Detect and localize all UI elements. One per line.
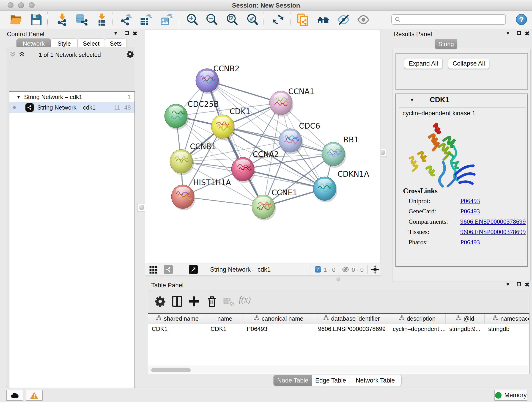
first-neighbors-icon[interactable]: [317, 13, 330, 26]
protein-structure-image: [405, 119, 480, 195]
import-table-icon[interactable]: [95, 13, 108, 26]
network-label: String Network – cdk1: [37, 104, 95, 111]
crosslink-row: GeneCard:P06493: [409, 208, 436, 215]
show-columns-icon[interactable]: [171, 295, 183, 307]
control-panel-float-icon[interactable]: [125, 31, 129, 35]
cell--id[interactable]: stringdb:9...: [446, 325, 485, 332]
node-CDC6[interactable]: [279, 128, 303, 154]
column-header-description[interactable]: description: [389, 314, 446, 324]
column-header--id[interactable]: @id: [446, 314, 485, 324]
table-panel-float-icon[interactable]: [517, 282, 521, 286]
memory-button[interactable]: Memory: [494, 390, 527, 401]
cell-name[interactable]: CDK1: [207, 325, 243, 332]
table-panel-close-icon[interactable]: ✖: [525, 282, 530, 288]
node-CDK1[interactable]: [211, 115, 235, 140]
delete-table-icon: [222, 295, 234, 307]
network-options-gear-icon[interactable]: [126, 50, 134, 59]
network-canvas[interactable]: CCNB2CCNA1CDC25BCDK1CDC6RB1CCNB1CCNA2CDK…: [145, 30, 381, 263]
cloud-status-button[interactable]: [6, 390, 23, 401]
search-input[interactable]: [401, 16, 500, 23]
fit-content-crosshair-icon[interactable]: [370, 265, 380, 275]
table-tabs: Node TableEdge TableNetwork Table: [273, 375, 401, 386]
results-panel-float-icon[interactable]: [517, 31, 521, 35]
export-table-icon[interactable]: [139, 13, 152, 26]
open-session-icon[interactable]: [10, 13, 22, 26]
selected-checkbox-icon[interactable]: ✓: [315, 266, 321, 273]
zoom-in-icon[interactable]: [186, 13, 199, 26]
node-CCNA2[interactable]: [231, 157, 255, 183]
expand-all-button[interactable]: Expand All: [404, 58, 443, 69]
cell-namespace[interactable]: stringdb: [485, 325, 530, 332]
export-network-icon[interactable]: [120, 13, 133, 26]
selected-node-edge-counts: 1 - 0: [323, 266, 336, 274]
crosslink-label: Uniprot:: [409, 197, 430, 204]
table-panel-title: Table Panel: [151, 282, 184, 289]
cell-database-identifier[interactable]: 9606.ENSP00000378699: [314, 325, 389, 332]
column-header-shared-name[interactable]: shared name: [148, 314, 207, 324]
layout-refresh-icon[interactable]: [272, 13, 285, 26]
node-HIST1H1A[interactable]: [171, 185, 196, 211]
string-network-graph[interactable]: CCNB2CCNA1CDC25BCDK1CDC6RB1CCNB1CCNA2CDK…: [145, 30, 381, 263]
zoom-selected-icon[interactable]: [246, 13, 259, 26]
node-CDC25B[interactable]: [165, 104, 189, 130]
crosslink-label: Tissues:: [409, 228, 429, 235]
collapse-all-button[interactable]: Collapse All: [448, 58, 489, 69]
table-settings-gear-icon[interactable]: [154, 295, 166, 307]
network-row-selected[interactable]: String Network – cdk1 11 48: [9, 102, 134, 113]
hidden-items-eye-icon: [342, 266, 349, 274]
cell-canonical-name[interactable]: P06493: [243, 325, 314, 332]
warnings-button[interactable]: [26, 390, 43, 401]
control-panel-splitter-handle[interactable]: [138, 203, 146, 211]
tab-network-table[interactable]: Network Table: [349, 375, 402, 386]
table-row[interactable]: CDK1CDK1P064939606.ENSP00000378699cyclin…: [148, 324, 529, 334]
cell-shared-name[interactable]: CDK1: [148, 325, 207, 332]
clone-network-icon[interactable]: [297, 13, 309, 26]
node-CDKN1A[interactable]: [313, 177, 337, 202]
tab-edge-table[interactable]: Edge Table: [312, 375, 349, 386]
table-horizontal-scrollbar[interactable]: [148, 366, 529, 374]
import-network-file-icon[interactable]: [56, 13, 69, 26]
column-header-canonical-name[interactable]: canonical name: [243, 314, 314, 324]
collection-expander-icon[interactable]: ▼: [16, 95, 21, 100]
network-collection-row[interactable]: ▼ String Network – cdk1 1: [9, 92, 134, 102]
tab-node-table[interactable]: Node Table: [273, 375, 312, 386]
results-panel-close-icon[interactable]: ✖: [525, 31, 530, 36]
status-bar: Memory: [0, 388, 532, 402]
table-panel-splitter-handle[interactable]: [336, 277, 340, 281]
network-type-icon[interactable]: [164, 265, 173, 274]
control-panel-collapse-icon[interactable]: ▼: [113, 30, 118, 36]
delete-column-trash-icon[interactable]: [206, 295, 218, 307]
crosslink-link[interactable]: 9606.ENSP00000378699: [460, 228, 526, 236]
column-header-name[interactable]: name: [207, 314, 243, 324]
collection-count: 1: [128, 94, 131, 101]
import-network-database-icon[interactable]: [75, 13, 88, 26]
crosslink-link[interactable]: P06493: [460, 197, 480, 205]
crosslink-link[interactable]: 9606.ENSP00000378699: [460, 218, 526, 225]
table-panel-collapse-icon[interactable]: ▼: [505, 281, 510, 287]
results-panel-collapse-icon[interactable]: ▼: [505, 30, 510, 36]
nav-separator: [180, 265, 180, 274]
node-RB1[interactable]: [322, 142, 346, 168]
node-CCNE1[interactable]: [252, 195, 276, 220]
node-table[interactable]: shared namenamecanonical namedatabase id…: [148, 313, 530, 374]
create-column-icon[interactable]: [188, 295, 200, 307]
control-panel-close-icon[interactable]: ✖: [133, 31, 138, 36]
export-image-icon[interactable]: [160, 13, 173, 26]
zoom-out-icon[interactable]: [206, 13, 218, 26]
attribute-type-icon: [456, 315, 461, 322]
show-all-icon[interactable]: [357, 13, 370, 26]
open-in-window-icon[interactable]: [189, 265, 198, 274]
save-session-icon[interactable]: [30, 13, 43, 26]
scrollbar-thumb[interactable]: [151, 368, 191, 372]
crosslink-link[interactable]: P06493: [460, 239, 480, 246]
birds-eye-view-icon[interactable]: [149, 265, 158, 275]
cell-description[interactable]: cyclin–dependent ...: [389, 325, 446, 332]
protein-expander-icon[interactable]: ▼: [410, 97, 414, 103]
crosslink-link[interactable]: P06493: [460, 208, 480, 215]
help-icon[interactable]: ?: [516, 14, 527, 25]
hide-selected-icon[interactable]: [337, 13, 350, 26]
zoom-fit-icon[interactable]: [226, 13, 239, 26]
column-header-namespace[interactable]: namespace: [485, 314, 530, 324]
column-header-database-identifier[interactable]: database identifier: [314, 314, 389, 324]
tab-string[interactable]: String: [435, 39, 457, 49]
